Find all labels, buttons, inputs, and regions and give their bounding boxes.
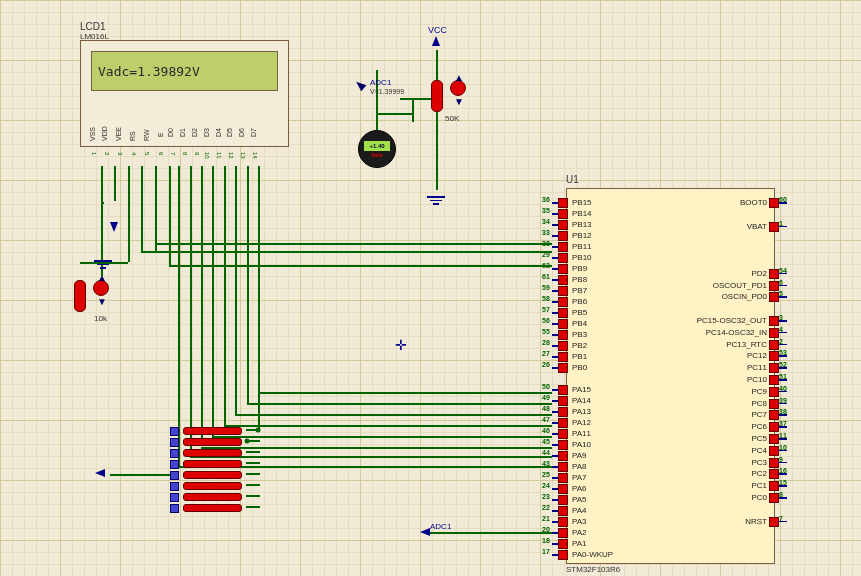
wire — [430, 532, 552, 534]
pin-terminal[interactable] — [558, 242, 568, 252]
pot-up-icon[interactable]: ▲ — [97, 272, 107, 283]
pot-down-icon[interactable]: ▼ — [454, 96, 464, 107]
pin-terminal[interactable] — [769, 198, 779, 208]
pin-terminal[interactable] — [558, 275, 568, 285]
mcu-pin-num: 23 — [542, 493, 550, 500]
mcu-chip[interactable] — [566, 188, 775, 564]
pin-terminal[interactable] — [558, 473, 568, 483]
pin-terminal[interactable] — [769, 410, 779, 420]
pin-terminal[interactable] — [558, 418, 568, 428]
mcu-ref: U1 — [566, 174, 579, 185]
mcu-pin-num: 21 — [542, 515, 550, 522]
pin-terminal[interactable] — [769, 399, 779, 409]
wire — [412, 98, 414, 122]
mcu-pin-num: 18 — [542, 537, 550, 544]
pin-terminal[interactable] — [558, 231, 568, 241]
pin-terminal[interactable] — [769, 446, 779, 456]
pin-terminal[interactable] — [558, 209, 568, 219]
voltmeter[interactable]: +1.40 Volts — [358, 130, 396, 168]
lcd-pin-label: D4 — [215, 128, 222, 137]
pin-terminal[interactable] — [558, 407, 568, 417]
pin-terminal[interactable] — [769, 340, 779, 350]
resistor-row — [170, 459, 246, 469]
pin-terminal[interactable] — [558, 550, 568, 560]
mcu-pin-label: PB1 — [572, 352, 587, 361]
pin-terminal[interactable] — [769, 328, 779, 338]
pin-terminal[interactable] — [769, 292, 779, 302]
mcu-pin-num: 25 — [542, 471, 550, 478]
pin-terminal[interactable] — [558, 220, 568, 230]
mcu-pin-label: PC15-OSC32_OUT — [697, 316, 767, 325]
wire — [246, 506, 260, 508]
resistor-pack[interactable] — [170, 426, 246, 518]
pin-terminal[interactable] — [558, 539, 568, 549]
lcd-pin-num: 3 — [117, 152, 123, 155]
pin-terminal[interactable] — [558, 341, 568, 351]
mcu-pin-label: PA10 — [572, 440, 591, 449]
pin-terminal[interactable] — [558, 396, 568, 406]
pin-terminal[interactable] — [558, 297, 568, 307]
pin-terminal[interactable] — [558, 198, 568, 208]
pin-terminal[interactable] — [769, 481, 779, 491]
pot-up-icon[interactable]: ▲ — [454, 72, 464, 83]
pin-terminal[interactable] — [769, 458, 779, 468]
mcu-pin-num: 17 — [542, 548, 550, 555]
pin-terminal[interactable] — [558, 484, 568, 494]
mcu-pin-label: PC10 — [747, 375, 767, 384]
mcu-pin-label: PC9 — [751, 387, 767, 396]
lcd-pin-label: D6 — [238, 128, 245, 137]
pin-terminal[interactable] — [558, 451, 568, 461]
mcu-pin-label: PA3 — [572, 517, 587, 526]
pin-terminal[interactable] — [558, 363, 568, 373]
pin-terminal[interactable] — [769, 434, 779, 444]
pin-terminal[interactable] — [558, 528, 568, 538]
mcu-pin-num: 56 — [542, 317, 550, 324]
pin-terminal[interactable] — [769, 517, 779, 527]
pin-terminal[interactable] — [558, 385, 568, 395]
pot-down-icon[interactable]: ▼ — [97, 296, 107, 307]
pin-terminal[interactable] — [769, 281, 779, 291]
pin-terminal[interactable] — [769, 363, 779, 373]
pin-terminal[interactable] — [558, 495, 568, 505]
mcu-pin-num: 46 — [542, 427, 550, 434]
pin-terminal[interactable] — [558, 286, 568, 296]
mcu-pin-num: 36 — [542, 196, 550, 203]
lcd-pin-num: 6 — [158, 152, 164, 155]
pin-terminal[interactable] — [769, 387, 779, 397]
pin-terminal[interactable] — [769, 269, 779, 279]
mcu-pin-label: PB5 — [572, 308, 587, 317]
pin-terminal[interactable] — [558, 308, 568, 318]
pin-terminal[interactable] — [769, 375, 779, 385]
pin-terminal[interactable] — [558, 253, 568, 263]
lcd-pin-label: RS — [129, 131, 136, 141]
pin-terminal[interactable] — [558, 506, 568, 516]
potentiometer-50k[interactable] — [431, 80, 443, 112]
mcu-pin-label: OSCIN_PD0 — [722, 292, 767, 301]
wire — [141, 251, 552, 253]
pin-terminal[interactable] — [558, 517, 568, 527]
pin-terminal[interactable] — [558, 352, 568, 362]
pin-terminal[interactable] — [769, 469, 779, 479]
mcu-pin-label: OSCOUT_PD1 — [713, 281, 767, 290]
pin-terminal[interactable] — [769, 351, 779, 361]
pin-terminal[interactable] — [558, 319, 568, 329]
mcu-pin-num: 50 — [542, 383, 550, 390]
pin-terminal[interactable] — [558, 462, 568, 472]
potentiometer-10k[interactable] — [74, 280, 86, 312]
pin-terminal[interactable] — [558, 429, 568, 439]
pin-terminal[interactable] — [769, 422, 779, 432]
pin-terminal[interactable] — [769, 222, 779, 232]
mcu-pin-label: PB2 — [572, 341, 587, 350]
pin-terminal[interactable] — [558, 330, 568, 340]
pin-terminal[interactable] — [558, 440, 568, 450]
mcu-pin-label: PA12 — [572, 418, 591, 427]
lcd-pin-num: 11 — [216, 152, 222, 159]
mcu-pin-num: 58 — [542, 295, 550, 302]
mcu-pin-label: PC8 — [751, 399, 767, 408]
lcd-pin-num: 8 — [182, 152, 188, 155]
pin-terminal[interactable] — [769, 493, 779, 503]
pin-terminal[interactable] — [769, 316, 779, 326]
wire — [212, 166, 214, 436]
mcu-pin-label: PB6 — [572, 297, 587, 306]
pin-terminal[interactable] — [558, 264, 568, 274]
